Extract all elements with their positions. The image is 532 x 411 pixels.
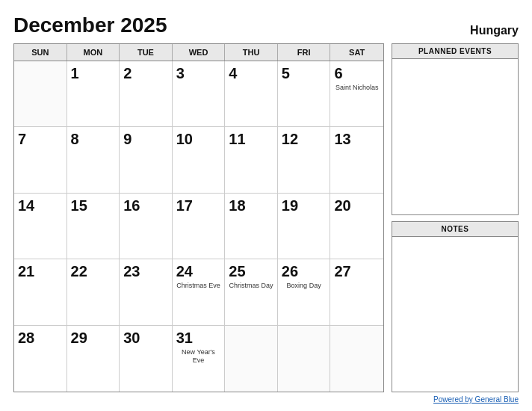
day-number: 4 xyxy=(229,64,273,82)
day-number: 30 xyxy=(123,329,168,347)
day-number: 19 xyxy=(282,197,327,214)
holiday-name: Christmas Eve xyxy=(176,282,221,291)
day-number: 16 xyxy=(123,197,168,214)
cal-cell: 17 xyxy=(173,194,226,259)
cal-cell: 30 xyxy=(120,326,173,392)
planned-events-box: PLANNED EVENTS xyxy=(392,43,519,215)
cal-cell: 31New Year's Eve xyxy=(173,326,226,392)
cal-cell: 14 xyxy=(14,194,67,259)
day-number: 5 xyxy=(282,64,327,82)
cal-cell: 25Christmas Day xyxy=(225,259,278,325)
powered-by-link[interactable]: Powered by General Blue xyxy=(433,395,519,404)
notes-title: NOTES xyxy=(392,222,518,237)
day-number: 10 xyxy=(176,130,221,148)
cal-cell: 11 xyxy=(225,127,278,193)
calendar-grid: 123456Saint Nicholas78910111213141516171… xyxy=(14,61,383,392)
cal-cell: 10 xyxy=(173,127,226,193)
day-number: 29 xyxy=(71,329,116,347)
cal-cell: 29 xyxy=(67,326,120,392)
day-number: 3 xyxy=(176,64,221,82)
day-number: 11 xyxy=(229,130,273,148)
day-number: 22 xyxy=(71,262,116,280)
day-number: 13 xyxy=(334,130,380,148)
cal-cell xyxy=(278,326,331,392)
day-header: SAT xyxy=(330,44,383,61)
day-number: 9 xyxy=(123,130,168,148)
cal-cell: 24Christmas Eve xyxy=(173,259,226,325)
cal-cell: 20 xyxy=(330,194,383,259)
day-number: 8 xyxy=(71,130,116,148)
day-header: FRI xyxy=(278,44,331,61)
day-header: TUE xyxy=(120,44,173,61)
footer: Powered by General Blue xyxy=(13,395,519,404)
day-number: 17 xyxy=(176,197,221,214)
day-number: 23 xyxy=(123,262,168,280)
day-number: 18 xyxy=(229,197,273,214)
day-header: THU xyxy=(225,44,278,61)
day-number: 21 xyxy=(18,262,63,280)
cal-cell: 13 xyxy=(330,127,383,193)
day-number: 14 xyxy=(18,197,63,214)
day-number: 25 xyxy=(229,262,273,280)
day-number: 1 xyxy=(71,64,116,82)
cal-cell: 9 xyxy=(120,127,173,193)
holiday-name: Boxing Day xyxy=(282,282,327,291)
day-headers: SUNMONTUEWEDTHUFRISAT xyxy=(14,44,383,61)
cal-cell: 4 xyxy=(225,61,278,127)
cal-cell: 2 xyxy=(120,61,173,127)
cal-cell: 7 xyxy=(14,127,67,193)
cal-cell: 6Saint Nicholas xyxy=(330,61,383,127)
holiday-name: New Year's Eve xyxy=(176,348,221,365)
cal-cell: 12 xyxy=(278,127,331,193)
cal-cell: 16 xyxy=(120,194,173,259)
notes-box: NOTES xyxy=(392,221,519,393)
cal-cell xyxy=(225,326,278,392)
planned-events-content[interactable] xyxy=(392,59,518,214)
cal-cell: 8 xyxy=(67,127,120,193)
holiday-name: Saint Nicholas xyxy=(334,84,380,93)
day-number: 27 xyxy=(334,262,380,280)
cal-cell: 22 xyxy=(67,259,120,325)
cal-cell: 5 xyxy=(278,61,331,127)
page: December 2025 Hungary SUNMONTUEWEDTHUFRI… xyxy=(0,0,532,411)
day-number: 6 xyxy=(334,64,380,82)
sidebar: PLANNED EVENTS NOTES xyxy=(392,43,519,392)
day-number: 12 xyxy=(282,130,327,148)
cal-cell: 23 xyxy=(120,259,173,325)
day-header: MON xyxy=(67,44,120,61)
day-header: WED xyxy=(173,44,226,61)
day-header: SUN xyxy=(14,44,67,61)
notes-content[interactable] xyxy=(392,237,518,392)
main-area: SUNMONTUEWEDTHUFRISAT 123456Saint Nichol… xyxy=(13,43,519,392)
day-number: 24 xyxy=(176,262,221,280)
cal-cell: 19 xyxy=(278,194,331,259)
cal-cell: 1 xyxy=(67,61,120,127)
day-number: 26 xyxy=(282,262,327,280)
day-number: 20 xyxy=(334,197,380,214)
day-number: 28 xyxy=(18,329,63,347)
cal-cell: 3 xyxy=(173,61,226,127)
day-number: 31 xyxy=(176,329,221,347)
day-number: 7 xyxy=(18,130,63,148)
calendar: SUNMONTUEWEDTHUFRISAT 123456Saint Nichol… xyxy=(13,43,384,392)
cal-cell: 15 xyxy=(67,194,120,259)
page-title: December 2025 xyxy=(13,13,167,37)
day-number: 2 xyxy=(123,64,168,82)
cal-cell: 18 xyxy=(225,194,278,259)
cal-cell: 28 xyxy=(14,326,67,392)
cal-cell: 27 xyxy=(330,259,383,325)
day-number: 15 xyxy=(71,197,116,214)
cal-cell xyxy=(14,61,67,127)
holiday-name: Christmas Day xyxy=(229,282,273,291)
header: December 2025 Hungary xyxy=(13,13,519,37)
country-label: Hungary xyxy=(470,24,519,37)
planned-events-title: PLANNED EVENTS xyxy=(392,44,518,59)
cal-cell: 26Boxing Day xyxy=(278,259,331,325)
cal-cell xyxy=(330,326,383,392)
cal-cell: 21 xyxy=(14,259,67,325)
